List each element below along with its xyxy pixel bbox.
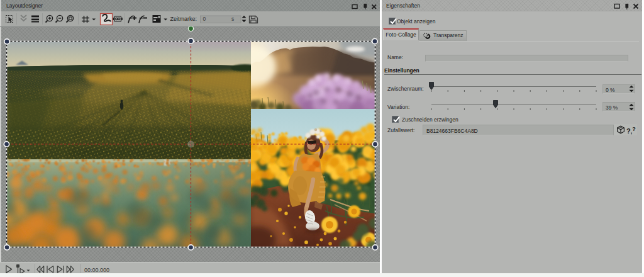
svg-text:00:00.000: 00:00.000 xyxy=(84,267,109,273)
svg-text:Zeitmarke:: Zeitmarke: xyxy=(170,16,197,22)
svg-text:s: s xyxy=(231,16,234,22)
svg-text:0: 0 xyxy=(203,16,206,22)
